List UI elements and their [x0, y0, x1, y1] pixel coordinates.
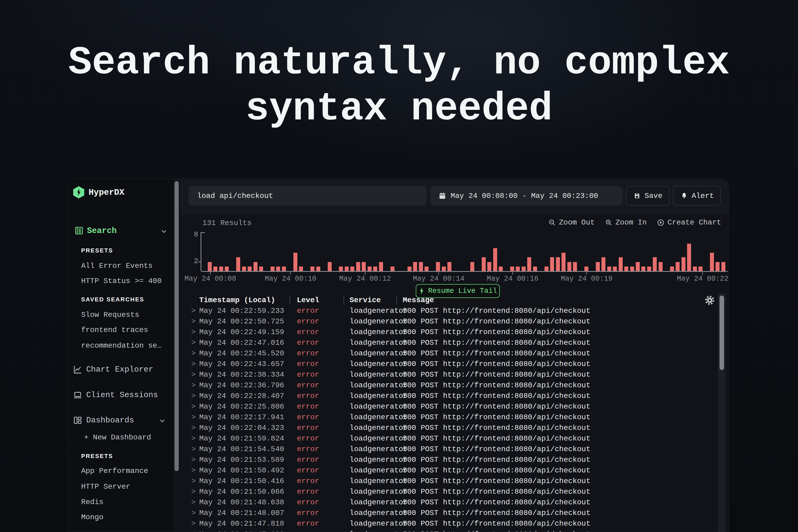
- table-row[interactable]: >May 24 00:22:04.323errorloadgenerator50…: [180, 423, 712, 433]
- table-scrollbar-thumb[interactable]: [720, 296, 724, 370]
- expand-column-spacer: [180, 294, 199, 306]
- table-row[interactable]: >May 24 00:21:47.818errorloadgenerator50…: [180, 518, 712, 529]
- table-row[interactable]: >May 24 00:22:50.725errorloadgenerator50…: [180, 316, 712, 327]
- row-expand-chevron: >: [180, 338, 199, 348]
- sidebar-item-new-dashboard[interactable]: + New Dashboard: [84, 433, 151, 441]
- create-chart-label: Create Chart: [667, 218, 721, 227]
- table-row[interactable]: >May 24 00:22:49.159errorloadgenerator50…: [180, 327, 712, 338]
- row-service: loadgenerator: [343, 348, 396, 359]
- alert-button[interactable]: Alert: [673, 186, 721, 206]
- table-row[interactable]: >May 24 00:22:45.520errorloadgenerator50…: [180, 348, 712, 359]
- row-timestamp: May 24 00:21:53.589: [199, 455, 289, 465]
- sidebar-item-chart-explorer[interactable]: Chart Explorer: [73, 364, 168, 375]
- histogram-bar: [253, 262, 258, 271]
- sidebar-item-search[interactable]: Search: [74, 226, 167, 235]
- save-button[interactable]: Save: [626, 186, 669, 206]
- column-header-level[interactable]: Level: [289, 294, 343, 306]
- create-chart-button[interactable]: Create Chart: [657, 218, 721, 227]
- histogram-bar: [630, 267, 634, 271]
- sidebar-item-http-server[interactable]: HTTP Server: [81, 482, 130, 491]
- resume-live-tail-button[interactable]: Resume Live Tail: [416, 284, 500, 298]
- row-level: error: [289, 316, 343, 327]
- histogram-bar: [721, 262, 725, 271]
- row-timestamp: May 24 00:22:25.806: [199, 401, 289, 412]
- sidebar-item-slow-requests[interactable]: Slow Requests: [81, 311, 139, 319]
- lightning-icon: [418, 287, 425, 295]
- chevron-down-icon[interactable]: [158, 417, 166, 425]
- table-row[interactable]: >May 24 00:22:43.657errorloadgenerator50…: [180, 359, 712, 369]
- table-row[interactable]: >May 24 00:21:47.689errorloadgenerator50…: [180, 529, 712, 532]
- sidebar-item-mongo[interactable]: Mongo: [81, 513, 103, 521]
- sidebar-scrollbar[interactable]: [173, 179, 180, 532]
- table-row[interactable]: >May 24 00:21:48.007errorloadgenerator50…: [180, 508, 712, 518]
- histogram-bar: [225, 267, 229, 271]
- sidebar-item-dashboards[interactable]: Dashboards: [73, 415, 168, 425]
- row-service: loadgenerator: [343, 412, 396, 423]
- table-scrollbar[interactable]: [718, 293, 726, 532]
- table-row[interactable]: >May 24 00:21:53.589errorloadgenerator50…: [180, 455, 712, 465]
- table-row[interactable]: >May 24 00:21:50.416errorloadgenerator50…: [180, 476, 712, 487]
- row-expand-chevron: >: [180, 487, 199, 497]
- table-row[interactable]: >May 24 00:22:25.806errorloadgenerator50…: [180, 401, 712, 412]
- row-expand-chevron: >: [180, 380, 199, 391]
- gear-icon[interactable]: [704, 294, 716, 306]
- histogram-bar: [213, 267, 217, 271]
- table-row[interactable]: >May 24 00:22:59.233errorloadgenerator50…: [180, 306, 712, 316]
- sidebar-item-all-error-events[interactable]: All Error Events: [81, 262, 153, 270]
- calendar-icon: [438, 192, 446, 200]
- chevron-down-icon[interactable]: [160, 227, 168, 235]
- sidebar-item-http-status-400[interactable]: HTTP Status >= 400: [81, 277, 162, 285]
- table-row[interactable]: >May 24 00:21:59.824errorloadgenerator50…: [180, 433, 712, 444]
- row-timestamp: May 24 00:21:47.818: [199, 518, 289, 529]
- row-message: 500 POST http://frontend:8080/api/checko…: [396, 391, 712, 401]
- row-service: loadgenerator: [343, 465, 396, 476]
- row-message: 500 POST http://frontend:8080/api/checko…: [396, 444, 712, 455]
- main-panel: May 24 00:08:00 - May 24 00:23:00 Save A…: [180, 179, 728, 532]
- sidebar-item-client-sessions[interactable]: Client Sessions: [73, 390, 168, 400]
- column-header-service[interactable]: Service: [343, 294, 396, 306]
- column-header-timestamp[interactable]: Timestamp (Local): [199, 294, 289, 306]
- histogram-bar: [596, 262, 600, 271]
- zoom-in-button[interactable]: Zoom In: [605, 218, 647, 227]
- sidebar-scrollbar-thumb[interactable]: [174, 181, 179, 471]
- table-row[interactable]: >May 24 00:21:50.492errorloadgenerator50…: [180, 465, 712, 476]
- histogram-bar: [448, 262, 451, 271]
- histogram-bar: [619, 257, 623, 271]
- results-count: 131 Results: [203, 219, 252, 227]
- table-row[interactable]: >May 24 00:22:38.334errorloadgenerator50…: [180, 369, 712, 380]
- row-message: 500 POST http://frontend:8080/api/checko…: [396, 529, 712, 532]
- row-timestamp: May 24 00:22:38.334: [199, 369, 289, 380]
- search-input[interactable]: [189, 186, 427, 206]
- table-row[interactable]: >May 24 00:22:17.941errorloadgenerator50…: [180, 412, 712, 423]
- sidebar-item-redis[interactable]: Redis: [81, 498, 103, 506]
- table-row[interactable]: >May 24 00:22:47.016errorloadgenerator50…: [180, 338, 712, 348]
- table-row[interactable]: >May 24 00:22:28.407errorloadgenerator50…: [180, 391, 712, 401]
- table-row[interactable]: >May 24 00:21:48.638errorloadgenerator50…: [180, 497, 712, 508]
- histogram-bar: [516, 267, 520, 271]
- row-timestamp: May 24 00:22:47.016: [199, 338, 289, 348]
- table-row[interactable]: >May 24 00:21:50.066errorloadgenerator50…: [180, 487, 712, 497]
- sidebar-item-recommendation[interactable]: recommendation se…: [81, 342, 162, 350]
- row-expand-chevron: >: [180, 465, 199, 476]
- histogram-bar: [487, 262, 491, 271]
- table-row[interactable]: >May 24 00:22:36.796errorloadgenerator50…: [180, 380, 712, 391]
- row-expand-chevron: >: [180, 433, 199, 444]
- histogram-bars[interactable]: [208, 234, 725, 271]
- time-range-picker[interactable]: May 24 00:08:00 - May 24 00:23:00: [431, 186, 623, 206]
- sidebar-item-app-performance[interactable]: App Performance: [81, 467, 148, 475]
- row-level: error: [289, 369, 343, 380]
- app-logo[interactable]: HyperDX: [73, 186, 124, 198]
- histogram-bar: [653, 257, 657, 271]
- table-row[interactable]: >May 24 00:21:54.540errorloadgenerator50…: [180, 444, 712, 455]
- row-service: loadgenerator: [343, 316, 396, 327]
- row-expand-chevron: >: [180, 508, 199, 518]
- histogram-bar: [259, 267, 263, 271]
- save-button-label: Save: [645, 192, 662, 200]
- row-service: loadgenerator: [343, 359, 396, 369]
- histogram-bar: [533, 267, 537, 271]
- row-level: error: [289, 444, 343, 455]
- histogram-bar: [659, 262, 663, 271]
- zoom-out-button[interactable]: Zoom Out: [548, 218, 594, 227]
- sidebar-item-frontend-traces[interactable]: frontend traces: [81, 326, 148, 334]
- histogram-bar: [699, 267, 703, 271]
